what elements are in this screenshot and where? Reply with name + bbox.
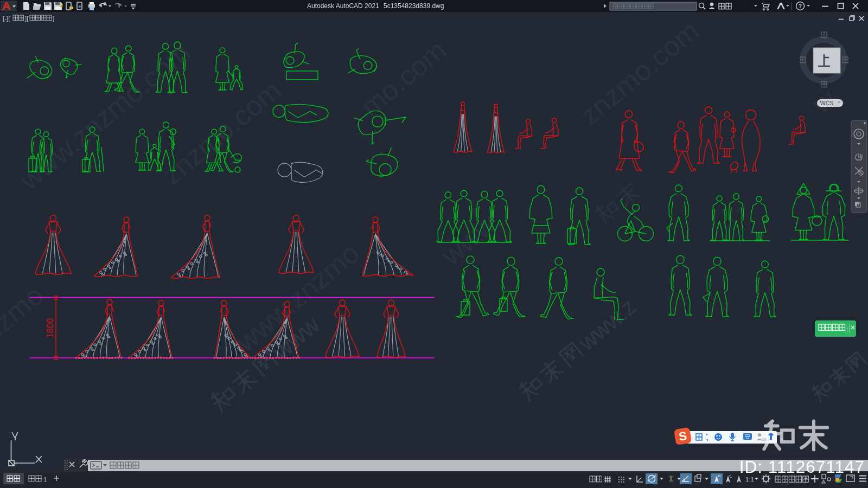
svg-text:!: !	[846, 326, 848, 333]
svg-text:Autodesk AutoCAD 2021: Autodesk AutoCAD 2021	[307, 2, 379, 10]
svg-text:16: 16	[762, 437, 767, 442]
svg-text:][: ][	[25, 15, 29, 22]
svg-text:[-][: [-][	[3, 15, 10, 22]
svg-text:1: 1	[43, 476, 47, 483]
svg-text:]: ]	[53, 15, 54, 22]
svg-text:1:1: 1:1	[745, 476, 754, 483]
svg-text:?: ?	[799, 3, 802, 9]
svg-text:ID: 1112671147: ID: 1112671147	[739, 457, 865, 477]
svg-text:WCS: WCS	[820, 100, 834, 106]
svg-text:5c1354823d839.dwg: 5c1354823d839.dwg	[384, 2, 444, 10]
svg-text:1800: 1800	[45, 318, 55, 338]
